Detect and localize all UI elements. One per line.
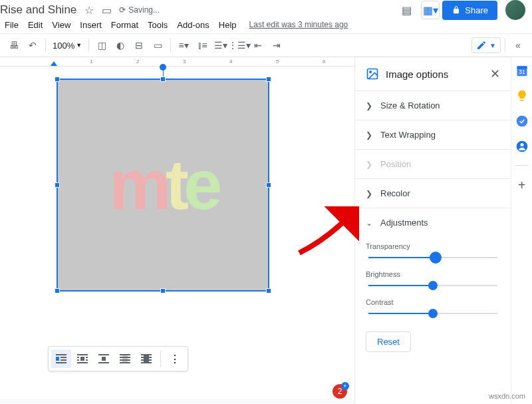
user-avatar[interactable] xyxy=(505,0,525,20)
tasks-icon[interactable] xyxy=(515,114,529,128)
wrap-inline-button[interactable] xyxy=(51,349,71,368)
chevron-right-icon: ❯ xyxy=(366,130,372,140)
lock-icon xyxy=(452,5,461,15)
panel-title: Image options xyxy=(386,69,483,80)
indent-decrease-icon[interactable]: ⇤ xyxy=(249,37,267,54)
align-icon[interactable]: ≡▾ xyxy=(175,37,192,54)
replace-image-icon[interactable]: ⊟ xyxy=(130,37,148,54)
last-edit-link[interactable]: Last edit was 3 minutes ago xyxy=(249,20,348,29)
toolbar: 🖶 ↶ 100%▼ ◫ ◐ ⊟ ▭ ≡▾ ⫿≡ ☰▾ ⋮☰▾ ⇤ ⇥ ▼ « xyxy=(0,33,532,57)
wrap-text-button[interactable] xyxy=(72,349,92,368)
resize-handle-l[interactable] xyxy=(55,182,60,188)
menu-insert[interactable]: Insert xyxy=(75,19,106,31)
share-button[interactable]: Share xyxy=(442,1,497,20)
wrap-break-button[interactable] xyxy=(94,349,114,368)
slider-thumb[interactable] xyxy=(430,252,442,264)
slider-thumb[interactable] xyxy=(428,309,438,318)
reset-button[interactable]: Reset xyxy=(366,331,411,352)
contrast-slider-group: Contrast xyxy=(366,298,500,314)
add-addon-icon[interactable]: + xyxy=(518,178,526,193)
move-icon[interactable]: ▭ xyxy=(100,4,112,16)
present-icon[interactable]: ▦▾ xyxy=(421,1,440,19)
resize-handle-br[interactable] xyxy=(266,288,271,294)
brightness-slider-group: Brightness xyxy=(366,270,500,286)
editing-mode-button[interactable]: ▼ xyxy=(471,37,501,53)
contacts-icon[interactable] xyxy=(515,140,529,153)
transparency-slider[interactable] xyxy=(368,257,497,258)
resize-handle-tr[interactable] xyxy=(266,77,271,82)
section-text-wrapping[interactable]: ❯ Text Wrapping xyxy=(355,120,511,149)
pen-icon xyxy=(476,40,487,51)
chevron-down-icon: ⌄ xyxy=(366,218,372,228)
image-content: mte xyxy=(58,80,268,290)
resize-handle-t[interactable] xyxy=(160,77,166,82)
image-layout-toolbar: ⋮ xyxy=(48,346,188,371)
menu-edit[interactable]: Edit xyxy=(23,19,47,31)
close-panel-button[interactable]: ✕ xyxy=(490,67,500,81)
rotate-handle[interactable] xyxy=(160,64,166,71)
keep-icon[interactable] xyxy=(515,89,529,102)
mask-icon[interactable]: ◐ xyxy=(112,37,129,54)
page[interactable]: mte ⋮ xyxy=(0,67,354,399)
menu-addons[interactable]: Add-ons xyxy=(172,19,213,31)
side-rail: 31 + xyxy=(511,57,532,403)
more-options-button[interactable]: ⋮ xyxy=(165,349,185,368)
transparency-slider-group: Transparency xyxy=(366,242,500,258)
wrap-front-button[interactable] xyxy=(136,349,156,368)
border-color-icon[interactable]: ▭ xyxy=(149,37,166,54)
chevron-right-icon: ❯ xyxy=(366,101,372,110)
save-status: ⟳Saving... xyxy=(119,5,160,15)
menu-bar: File Edit View Insert Format Tools Add-o… xyxy=(0,17,532,33)
bullet-list-icon[interactable]: ⋮☰▾ xyxy=(231,37,248,54)
crop-icon[interactable]: ◫ xyxy=(93,37,110,54)
resize-handle-r[interactable] xyxy=(266,182,271,188)
svg-point-7 xyxy=(520,143,523,146)
zoom-select[interactable]: 100%▼ xyxy=(50,41,84,51)
chevron-right-icon: ❯ xyxy=(366,160,372,169)
document-title[interactable]: Rise and Shine xyxy=(0,3,76,17)
calendar-icon[interactable]: 31 xyxy=(515,64,529,77)
slider-thumb[interactable] xyxy=(428,281,438,290)
comment-history-icon[interactable]: ▤ xyxy=(397,1,416,19)
resize-handle-tl[interactable] xyxy=(55,77,60,82)
resize-handle-b[interactable] xyxy=(160,288,166,294)
resize-handle-bl[interactable] xyxy=(55,288,60,294)
menu-help[interactable]: Help xyxy=(214,19,241,31)
notification-badge[interactable]: 2 xyxy=(332,384,347,399)
wrap-behind-button[interactable] xyxy=(115,349,135,368)
list-icon[interactable]: ☰▾ xyxy=(212,37,229,54)
print-icon[interactable]: 🖶 xyxy=(5,37,23,54)
title-bar: Rise and Shine ☆ ▭ ⟳Saving... ▤ ▦▾ Share xyxy=(0,0,532,17)
image-options-panel: Image options ✕ ❯ Size & Rotation ❯ Text… xyxy=(354,57,511,403)
undo-icon[interactable]: ↶ xyxy=(24,37,41,54)
contrast-slider[interactable] xyxy=(368,313,497,314)
section-position: ❯ Position xyxy=(355,149,511,178)
menu-format[interactable]: Format xyxy=(106,19,143,31)
left-margin-handle[interactable] xyxy=(51,61,57,66)
selected-image[interactable]: mte xyxy=(57,79,269,292)
menu-tools[interactable]: Tools xyxy=(143,19,172,31)
section-recolor[interactable]: ❯ Recolor xyxy=(355,178,511,208)
section-size-rotation[interactable]: ❯ Size & Rotation xyxy=(355,91,511,120)
svg-point-1 xyxy=(370,71,372,73)
section-adjustments[interactable]: ⌄ Adjustments xyxy=(366,208,500,237)
star-icon[interactable]: ☆ xyxy=(83,4,95,16)
document-canvas[interactable]: 1 2 3 4 5 6 mte xyxy=(0,57,354,403)
chevron-right-icon: ❯ xyxy=(366,189,372,198)
menu-file[interactable]: File xyxy=(0,19,23,31)
expand-panel-icon[interactable]: « xyxy=(509,37,527,54)
line-spacing-icon[interactable]: ⫿≡ xyxy=(194,37,211,54)
brightness-slider[interactable] xyxy=(368,285,497,286)
svg-text:31: 31 xyxy=(519,69,525,75)
image-icon xyxy=(366,67,379,81)
watermark: wsxdn.com xyxy=(489,392,525,400)
menu-view[interactable]: View xyxy=(47,19,75,31)
indent-increase-icon[interactable]: ⇥ xyxy=(268,37,285,54)
svg-point-5 xyxy=(516,116,527,127)
horizontal-ruler[interactable]: 1 2 3 4 5 6 xyxy=(0,57,354,67)
